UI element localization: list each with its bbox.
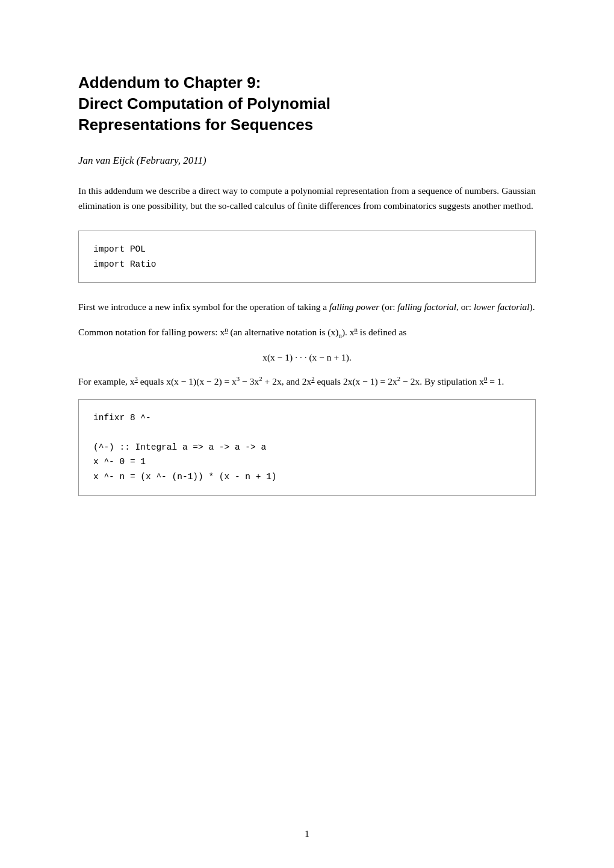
code-line-blank	[93, 425, 521, 440]
page-title: Addendum to Chapter 9: Direct Computatio…	[78, 72, 536, 135]
code-line-1: import POL	[93, 242, 521, 257]
paragraph-notation: Common notation for falling powers: xn (…	[78, 324, 536, 341]
code-line-base: x ^- 0 = 1	[93, 454, 521, 470]
code-line-rec: x ^- n = (x ^- (n-1)) * (x - n + 1)	[93, 470, 521, 485]
code-block-infixr: infixr 8 ^- (^-) :: Integral a => a -> a…	[78, 399, 536, 496]
code-line-infixr: infixr 8 ^-	[93, 411, 521, 426]
title-block: Addendum to Chapter 9: Direct Computatio…	[78, 72, 536, 135]
code-block-imports: import POL import Ratio	[78, 231, 536, 283]
paragraph-example: For example, x3 equals x(x − 1)(x − 2) =…	[78, 374, 536, 389]
code-line-2: import Ratio	[93, 257, 521, 272]
author-line: Jan van Eijck (February, 2011)	[78, 155, 536, 167]
math-formula: x(x − 1) · · · (x − n + 1).	[78, 352, 536, 363]
page-number: 1	[305, 829, 309, 839]
page: Addendum to Chapter 9: Direct Computatio…	[0, 0, 614, 868]
code-line-type: (^-) :: Integral a => a -> a -> a	[93, 440, 521, 455]
intro-paragraph: In this addendum we describe a direct wa…	[78, 184, 536, 214]
paragraph-falling-power-intro: First we introduce a new infix symbol fo…	[78, 300, 536, 315]
